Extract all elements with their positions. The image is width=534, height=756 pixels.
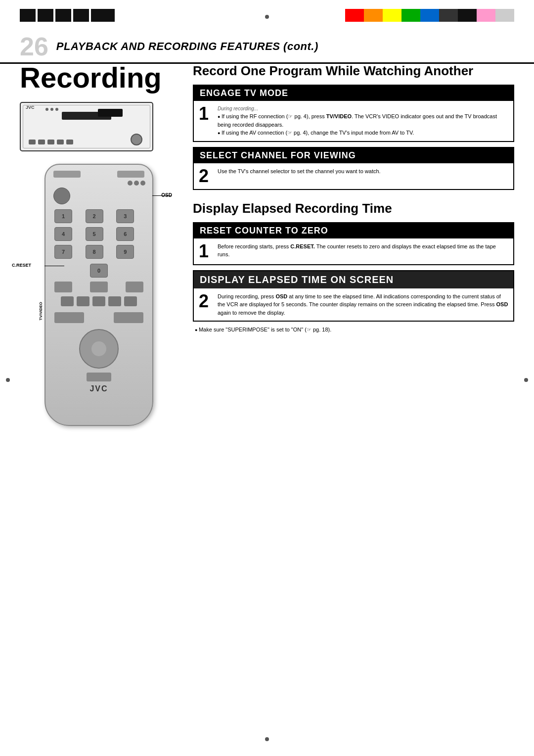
creset-line [44,266,64,266]
black-sq-3 [55,9,71,22]
remote-circle-btn [53,188,70,204]
page-title: PLAYBACK AND RECORDING FEATURES (cont.) [56,40,318,53]
transport-btn-1 [61,296,74,306]
step1-content: During recording... If using the RF conn… [218,105,508,137]
remote-bottom-btn [87,373,111,381]
vcr-btn-2 [38,140,45,144]
color-swatches [345,9,514,22]
step4-content: During recording, press OSD at any time … [218,292,508,317]
black-sq-5 [91,9,115,22]
step4-number: 2 [199,292,213,310]
step3-text: Before recording starts, press C.RESET. … [218,243,496,258]
remote-mid-btn-3 [126,282,143,292]
remote-btn-5: 5 [86,227,103,241]
remote-btn-4: 4 [54,227,72,241]
transport-btn-5 [124,296,137,306]
section-title: Recording [20,63,178,92]
swatch-black [458,9,477,22]
vcr-dot-3 [55,108,58,111]
swatch-red [345,9,364,22]
remote-btn-3: 3 [116,209,134,223]
creset-label: C.RESET [12,263,31,268]
transport-btn-4 [108,296,121,306]
step3-row: 1 Before recording starts, press C.RESET… [194,238,513,264]
remote-btn-9: 9 [116,245,134,259]
remote-tiny-2 [134,181,139,186]
swatch-dark [439,9,458,22]
vcr-dot-1 [45,108,48,111]
swatch-orange [364,9,383,22]
remote-btn-7: 7 [54,245,72,259]
remote-mid-buttons-2 [45,310,152,325]
vcr-btn-4 [57,140,64,144]
step2-number: 2 [199,167,213,185]
remote-brand: JVC [45,384,152,393]
vcr-image: JVC [20,102,153,151]
registration-dot-right [524,378,528,382]
step1-row: 1 During recording... If using the RF co… [194,101,513,141]
remote-mid-btn-2 [90,282,108,292]
vcr-btn-5 [66,140,73,144]
remote-body: OSD C.RESET TV/VIDEO [44,164,153,426]
step2-row: 2 Use the TV's channel selector to set t… [194,163,513,189]
remote-small-buttons [45,181,152,186]
remote-nav-circle [79,329,119,369]
page-number: 26 [20,34,48,59]
osd-line [152,195,171,196]
registration-dot-bottom [265,737,269,741]
remote-top-btn-2 [117,171,144,178]
section2-heading: Display Elapsed Recording Time [193,201,514,216]
step2-content: Use the TV's channel selector to set the… [218,167,381,176]
remote-btn-2: 2 [86,209,103,223]
vcr-btn-1 [29,140,36,144]
step1-bullet-2: If using the AV connection (☞ pg. 4), ch… [218,129,508,137]
remote-mid-btn-1 [54,282,72,292]
remote-tiny-1 [128,181,133,186]
step-engage-tv-mode: ENGAGE TV MODE 1 During recording... If … [193,85,514,142]
remote-top-buttons [45,165,152,181]
vcr-brand-label: JVC [26,105,35,110]
swatch-blue [420,9,439,22]
step-select-channel: SELECT CHANNEL FOR VIEWING 2 Use the TV'… [193,147,514,190]
left-column: Recording JVC [20,63,178,726]
step1-number: 1 [199,105,213,123]
step2-header: SELECT CHANNEL FOR VIEWING [194,148,513,163]
remote-transport-buttons [45,294,152,308]
step1-bullet-1: If using the RF connection (☞ pg. 4), pr… [218,112,508,129]
step1-note: During recording... [218,105,508,112]
step4-header: DISPLAY ELAPSED TIME ON SCREEN [194,271,513,288]
step2-text: Use the TV's channel selector to set the… [218,168,381,174]
step1-bullets: If using the RF connection (☞ pg. 4), pr… [218,112,508,137]
registration-marks [20,9,115,22]
page-header: 26 PLAYBACK AND RECORDING FEATURES (cont… [0,34,534,64]
remote-control: OSD C.RESET TV/VIDEO [40,164,158,431]
swatch-pink [477,9,495,22]
remote-top-btn-1 [53,171,81,178]
step-display-elapsed: DISPLAY ELAPSED TIME ON SCREEN 2 During … [193,270,514,322]
vcr-dial [131,134,142,145]
vcr-dots [45,108,58,111]
main-content: Recording JVC [20,63,514,726]
section1-heading: Record One Program While Watching Anothe… [193,63,514,79]
step3-content: Before recording starts, press C.RESET. … [218,242,508,259]
remote-nav-inner [91,341,106,356]
step1-header: ENGAGE TV MODE [194,86,513,101]
right-column: Record One Program While Watching Anothe… [193,63,514,726]
vcr-buttons [29,140,73,144]
swatch-green [401,9,420,22]
section2-note: Make sure "SUPERIMPOSE" is set to "ON" (… [193,327,514,333]
step4-text: During recording, press OSD at any time … [218,293,508,316]
remote-num-grid: 1 2 3 4 5 6 7 8 9 [45,206,152,262]
section1-heading-text: Record One Program While Watching Anothe… [193,63,473,78]
tvvideo-label: TV/VIDEO [39,302,43,320]
vcr-display [98,109,123,117]
black-sq-4 [73,9,89,22]
remote-mid-buttons [45,280,152,294]
step3-header: RESET COUNTER TO ZERO [194,223,513,238]
section2-heading-text: Display Elapsed Recording Time [193,201,392,216]
vcr-dot-2 [50,108,53,111]
remote-btn-0: 0 [90,264,108,278]
black-sq-2 [38,9,53,22]
step-reset-counter: RESET COUNTER TO ZERO 1 Before recording… [193,222,514,265]
swatch-yellow [383,9,401,22]
